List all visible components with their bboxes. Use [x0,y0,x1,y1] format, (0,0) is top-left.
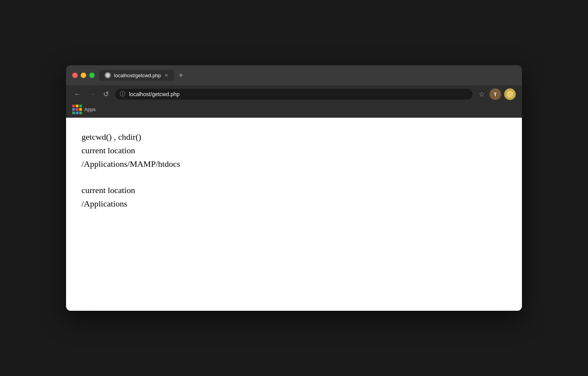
page-line-4: current location [82,183,506,197]
back-button[interactable]: ← [72,89,82,99]
close-button[interactable] [72,73,78,78]
tab-favicon-icon [105,72,111,78]
profile-avatar[interactable] [504,88,516,100]
minimize-button[interactable] [81,73,86,78]
page-line-1: getcwd() , chdir() [82,130,506,144]
apps-grid-icon [72,105,82,114]
maximize-button[interactable] [89,73,95,78]
tab-close-button[interactable]: × [164,73,168,78]
page-content: getcwd() , chdir() current location /App… [66,118,522,311]
bookmark-star-button[interactable]: ☆ [477,88,486,100]
reload-button[interactable]: ↺ [102,89,110,99]
address-bar: ← → ↺ ⓘ ☆ T [66,85,522,103]
section-2: current location /Applications [82,183,506,210]
account-avatar-t[interactable]: T [489,88,501,100]
section-1: getcwd() , chdir() current location /App… [82,130,506,171]
page-line-2: current location [82,144,506,157]
url-bar-wrapper: ⓘ [115,89,472,100]
url-input[interactable] [115,89,472,100]
window-controls [72,73,95,78]
browser-window: localhost/getcwd.php × + ← → ↺ ⓘ ☆ T App… [66,65,522,311]
page-line-5: /Applications [82,197,506,210]
title-bar: localhost/getcwd.php × + [66,65,522,85]
toolbar-right: ☆ T [477,88,516,100]
forward-button[interactable]: → [87,89,97,99]
active-tab[interactable]: localhost/getcwd.php × [99,70,174,81]
page-line-3: /Applications/MAMP/htdocs [82,157,506,171]
bookmarks-bar: Apps [66,103,522,118]
apps-bookmark-label[interactable]: Apps [84,107,96,112]
new-tab-button[interactable]: + [176,70,187,81]
tab-title: localhost/getcwd.php [114,73,161,78]
tab-bar: localhost/getcwd.php × + [99,70,516,81]
